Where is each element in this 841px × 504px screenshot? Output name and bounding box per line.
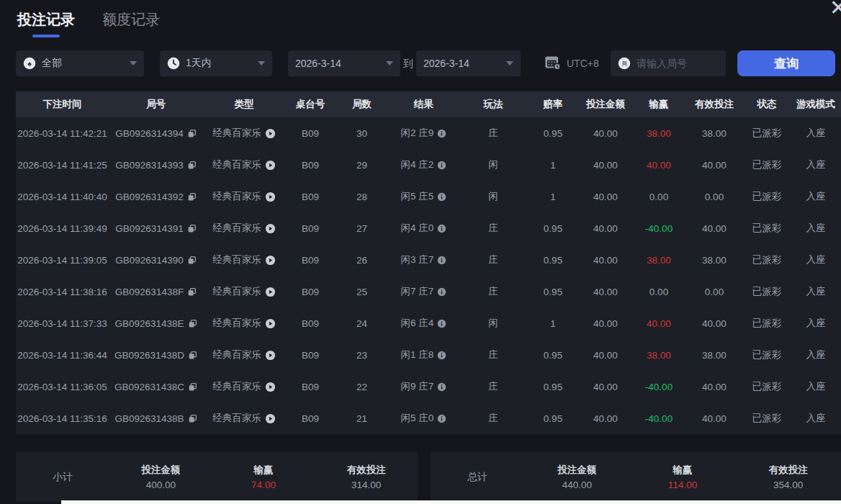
table-row[interactable]: 2026-03-14 11:39:05GB0926314390经典百家乐B092… [16,244,841,276]
cell-bet-on: 庄 [459,253,527,266]
cell-valid-bet-text: 38.00 [702,128,727,139]
copy-icon[interactable] [187,161,197,170]
play-icon[interactable] [265,128,276,139]
cell-bet-on-text: 庄 [488,253,498,266]
cell-round-text: 27 [356,223,367,234]
query-button[interactable]: 查询 [737,50,835,76]
cell-odds: 0.95 [527,382,579,392]
cell-bet-amount: 40.00 [579,382,632,392]
cell-valid-bet-text: 40.00 [702,223,727,234]
cell-odds-text: 1 [550,318,556,329]
cell-mode: 入座 [791,412,841,425]
cell-odds: 0.95 [527,223,579,234]
play-icon[interactable] [265,255,276,266]
copy-icon[interactable] [188,382,197,392]
cell-game-id: GB092631438B [109,413,203,424]
cell-valid-bet-text: 40.00 [702,318,727,329]
copy-icon[interactable] [188,414,197,423]
svg-text:♠: ♠ [27,59,32,68]
copy-icon[interactable] [187,287,197,297]
info-icon[interactable] [437,192,446,202]
column-header: 游戏模式 [791,98,841,111]
cell-bet-amount-text: 40.00 [593,223,618,234]
info-icon[interactable] [437,382,446,392]
cell-bet-amount: 40.00 [579,287,632,297]
cell-bet-on: 闲 [459,317,527,330]
subtotal-valid-bet: 有效投注 314.00 [315,464,418,490]
cell-bet-on: 闲 [459,158,527,171]
cell-game-type: 经典百家乐 [203,222,285,235]
info-icon[interactable] [437,256,446,265]
info-icon[interactable] [437,224,446,233]
table-row[interactable]: 2026-03-14 11:36:44GB092631438D经典百家乐B092… [16,339,841,371]
cell-result-text: 闲5 庄5 [401,190,434,203]
info-icon[interactable] [437,129,446,138]
cell-game-type: 经典百家乐 [203,317,285,330]
play-icon[interactable] [265,287,276,297]
time-range-dropdown[interactable]: 1天内 [160,50,272,76]
cell-valid-bet: 38.00 [685,128,743,139]
cell-valid-bet-text: 40.00 [702,160,727,171]
filter-bar: ♠ 全部 1天内 2026-3-14 到 2026-3-14 UTC+8 [0,50,841,76]
table-row[interactable]: 2026-03-14 11:37:33GB092631438E经典百家乐B092… [16,307,841,339]
info-icon[interactable] [437,414,446,423]
cell-game-type-text: 经典百家乐 [212,412,261,425]
info-icon[interactable] [437,351,446,360]
copy-icon[interactable] [187,192,197,202]
copy-icon[interactable] [187,129,197,138]
cell-bet-time: 2026-03-14 11:36:05 [16,382,109,392]
close-icon[interactable]: ✕ [829,0,841,19]
cell-game-type: 经典百家乐 [203,190,285,203]
play-icon[interactable] [265,192,276,202]
table-row[interactable]: 2026-03-14 11:41:25GB0926314393经典百家乐B092… [16,149,841,181]
cell-mode: 入座 [791,222,841,235]
tab-quota-records[interactable]: 额度记录 [102,10,160,37]
copy-icon[interactable] [187,224,197,233]
cell-bet-time: 2026-03-14 11:36:44 [16,350,109,361]
table-row[interactable]: 2026-03-14 11:42:21GB0926314394经典百家乐B093… [16,117,841,149]
cell-win-loss: 38.00 [632,128,685,139]
cell-mode-text: 入座 [806,127,826,140]
table-row[interactable]: 2026-03-14 11:39:49GB0926314391经典百家乐B092… [16,212,841,244]
cell-status-text: 已派彩 [752,253,782,266]
timezone-indicator: UTC+8 [544,50,599,76]
cell-table-no: B09 [285,255,336,266]
cell-round: 27 [336,223,388,234]
table-row[interactable]: 2026-03-14 11:40:40GB0926314392经典百家乐B092… [16,181,841,212]
cell-mode-text: 入座 [806,222,826,235]
info-icon[interactable] [437,287,446,297]
play-icon[interactable] [265,160,276,171]
cell-table-no-text: B09 [302,350,319,361]
cell-table-no: B09 [285,287,336,297]
cell-table-no-text: B09 [302,413,319,424]
subtotal-panel: 小计 投注金额 400.00 输赢 74.00 有效投注 314.00 [16,452,418,502]
copy-icon[interactable] [188,319,197,328]
play-icon[interactable] [265,413,276,424]
game-type-dropdown[interactable]: ♠ 全部 [16,50,144,76]
tab-bet-records[interactable]: 投注记录 [17,10,75,37]
play-icon[interactable] [265,318,276,329]
cell-game-id-text: GB092631438D [114,350,184,361]
cell-game-id-text: GB0926314391 [115,223,184,234]
column-header: 局号 [109,98,203,111]
table-row[interactable]: 2026-03-14 11:35:16GB092631438B经典百家乐B092… [16,402,841,434]
date-from-dropdown[interactable]: 2026-3-14 [288,50,400,76]
total-label: 总计 [431,471,524,484]
play-icon[interactable] [265,223,276,234]
cell-odds-text: 0.95 [544,382,562,392]
cell-result-text: 闲1 庄8 [401,348,434,361]
info-icon[interactable] [437,319,446,328]
table-row[interactable]: 2026-03-14 11:38:16GB092631438F经典百家乐B092… [16,276,841,307]
total-valid-bet: 有效投注 354.00 [735,464,841,490]
date-to-dropdown[interactable]: 2026-3-14 [416,50,521,76]
play-icon[interactable] [265,382,276,392]
play-icon[interactable] [265,350,276,361]
search-input[interactable] [637,58,719,69]
table-row[interactable]: 2026-03-14 11:36:05GB092631438C经典百家乐B092… [16,371,841,402]
copy-icon[interactable] [187,256,197,265]
column-header: 投注金额 [579,98,632,111]
cell-status-text: 已派彩 [752,222,782,235]
copy-icon[interactable] [188,351,197,360]
info-icon[interactable] [437,161,446,170]
cell-valid-bet-text: 0.00 [705,192,724,202]
